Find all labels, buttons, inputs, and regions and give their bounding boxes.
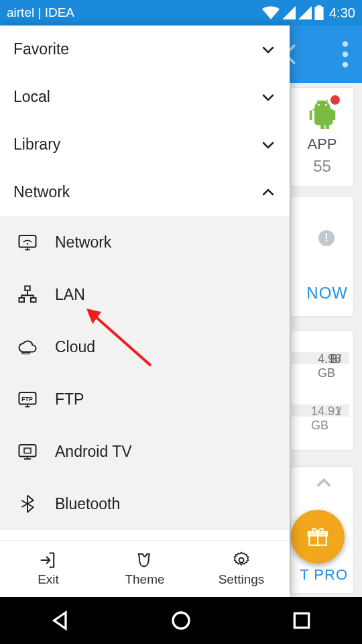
network-submenu: Network LAN Cloud FTP FTP Android TV	[0, 216, 290, 530]
svg-point-26	[25, 449, 26, 449]
svg-point-3	[343, 52, 348, 57]
cloud-icon	[17, 337, 38, 357]
svg-rect-15	[19, 298, 25, 302]
battery-icon	[314, 5, 324, 20]
system-nav-bar	[0, 597, 362, 644]
exit-button[interactable]: Exit	[0, 541, 97, 597]
svg-rect-25	[24, 448, 31, 453]
drawer-item-lan[interactable]: LAN	[0, 268, 290, 321]
nav-back-icon[interactable]	[50, 610, 71, 631]
gift-fab[interactable]	[291, 510, 345, 564]
tv-icon	[17, 441, 38, 462]
promo-action-label: NOW	[306, 284, 348, 303]
theme-icon	[135, 551, 154, 570]
notification-dot	[330, 95, 340, 105]
svg-rect-14	[25, 286, 30, 290]
svg-point-31	[173, 612, 189, 629]
chevron-up-icon	[314, 474, 333, 492]
svg-rect-10	[19, 235, 36, 248]
svg-text:FTP: FTP	[21, 396, 33, 402]
network-monitor-icon	[17, 232, 38, 252]
button-label: Settings	[219, 572, 265, 587]
signal-icon	[282, 6, 296, 19]
drawer-item-bluetooth[interactable]: Bluetooth	[0, 478, 290, 530]
status-bar: airtel | IDEA 4:30	[0, 0, 362, 25]
settings-icon	[232, 551, 251, 570]
section-label: Favorite	[13, 40, 69, 58]
drawer-item-network[interactable]: Network	[0, 216, 290, 268]
chevron-down-icon	[260, 42, 276, 58]
chevron-down-icon	[260, 137, 276, 153]
svg-rect-22	[19, 445, 36, 457]
drawer-item-cloud[interactable]: Cloud	[0, 321, 290, 373]
drawer-item-androidtv[interactable]: Android TV	[0, 425, 290, 478]
svg-rect-32	[294, 613, 308, 627]
svg-point-27	[29, 449, 29, 449]
chevron-up-icon	[260, 184, 276, 201]
svg-point-6	[325, 104, 327, 106]
nav-recents-icon[interactable]	[291, 610, 312, 631]
section-label: Library	[13, 136, 60, 154]
settings-button[interactable]: Settings	[193, 541, 290, 597]
svg-point-4	[343, 62, 348, 67]
theme-button[interactable]: Theme	[97, 541, 193, 597]
clock-label: 4:30	[329, 5, 355, 21]
svg-point-13	[27, 243, 29, 245]
pro-card-label: T PRO	[300, 566, 348, 584]
item-label: Android TV	[55, 443, 132, 461]
svg-rect-1	[317, 5, 322, 7]
item-label: FTP	[55, 390, 84, 409]
drawer-item-ftp[interactable]: FTP FTP	[0, 373, 290, 425]
drawer-section-favorite[interactable]: Favorite	[0, 25, 290, 73]
navigation-drawer: Favorite Local Library Network Network	[0, 25, 290, 597]
svg-point-28	[239, 558, 244, 563]
drawer-section-local[interactable]: Local	[0, 73, 290, 121]
info-icon: !	[318, 230, 335, 246]
gift-icon	[306, 525, 329, 548]
exit-icon	[39, 551, 58, 570]
drawer-section-network[interactable]: Network	[0, 168, 290, 216]
wifi-icon	[262, 6, 280, 19]
carrier-label: airtel | IDEA	[7, 5, 74, 20]
svg-point-5	[318, 104, 320, 106]
button-label: Theme	[125, 572, 164, 587]
section-label: Network	[13, 183, 70, 201]
drawer-bottom-bar: Exit Theme Settings	[0, 540, 290, 597]
lan-icon	[17, 284, 38, 305]
chevron-down-icon	[260, 89, 276, 105]
svg-rect-16	[31, 298, 36, 302]
storage-bar: /14.91 GB	[290, 405, 349, 417]
svg-point-17	[21, 352, 30, 354]
item-label: Bluetooth	[55, 495, 120, 513]
home-app-card[interactable]: APP 55	[290, 87, 354, 186]
item-label: Network	[55, 233, 111, 252]
signal-icon	[298, 6, 312, 19]
home-promo-card[interactable]: ! NOW	[290, 196, 354, 317]
svg-point-2	[343, 41, 348, 46]
nav-home-icon[interactable]	[170, 610, 192, 631]
drawer-section-library[interactable]: Library	[0, 121, 290, 168]
button-label: Exit	[38, 572, 59, 587]
item-label: LAN	[55, 286, 85, 304]
bluetooth-icon	[17, 494, 38, 514]
home-storage-card[interactable]: B/4.98 GB /14.91 GB	[290, 330, 354, 451]
svg-rect-0	[314, 7, 323, 20]
app-card-label: APP	[307, 136, 337, 153]
overflow-menu-icon[interactable]	[342, 40, 349, 68]
section-label: Local	[13, 88, 50, 106]
storage-bar: B/4.98 GB	[290, 352, 349, 364]
item-label: Cloud	[55, 338, 95, 356]
ftp-icon: FTP	[17, 389, 38, 409]
app-card-count: 55	[313, 157, 331, 176]
